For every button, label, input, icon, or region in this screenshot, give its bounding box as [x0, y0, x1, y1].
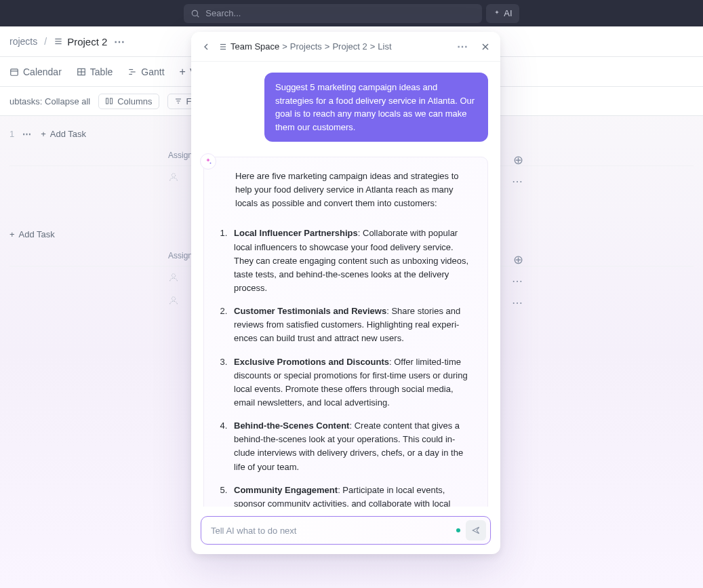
view-calendar-label: Calendar: [23, 66, 62, 77]
user-message: Suggest 5 marketing campaign ideas and s…: [264, 73, 488, 142]
add-task-label-2: Add Task: [19, 229, 55, 239]
search-placeholder: Search...: [205, 8, 475, 18]
list-item: Behind-the-Scenes Content: Create conten…: [230, 419, 473, 474]
send-button[interactable]: [466, 520, 486, 541]
ai-avatar: [200, 153, 216, 170]
ai-bc-projects: Projects: [290, 41, 322, 52]
search-icon: [190, 9, 200, 18]
task-more[interactable]: ⋯: [22, 129, 33, 139]
item-title: Community Engagement: [234, 485, 338, 495]
calendar-icon: [9, 67, 19, 77]
svg-rect-5: [11, 68, 18, 75]
list-item: Community Engagement: Participate in loc…: [230, 484, 473, 507]
breadcrumb-sep: /: [44, 36, 47, 47]
list-item: Exclusive Promotions and Discounts: Offe…: [230, 355, 473, 410]
svg-rect-13: [106, 98, 108, 104]
ai-input[interactable]: Tell AI what to do next: [201, 516, 491, 545]
add-task-label: Add Task: [50, 129, 86, 139]
view-table[interactable]: Table: [77, 66, 113, 77]
svg-point-19: [172, 273, 175, 277]
columns-label: Columns: [117, 96, 152, 106]
ai-panel: Team Space > Projects > Project 2 > List…: [191, 32, 500, 554]
view-gantt-label: Gantt: [141, 66, 164, 77]
ai-bc-team: Team Space: [230, 41, 279, 52]
breadcrumb-parent[interactable]: rojects: [9, 36, 37, 47]
ai-conversation: Suggest 5 marketing campaign ideas and s…: [191, 62, 500, 507]
svg-point-20: [172, 296, 175, 300]
breadcrumb-current-label: Project 2: [67, 36, 107, 47]
sparkle-icon: [204, 157, 212, 165]
ai-breadcrumb[interactable]: Team Space > Projects > Project 2 > List: [218, 41, 450, 52]
svg-line-1: [197, 15, 199, 17]
status-dot: [456, 528, 460, 532]
plus-icon: +: [9, 229, 15, 239]
list-item: Local Influencer Partnerships: Collabora…: [230, 227, 473, 295]
plus-icon: +: [41, 129, 46, 139]
list-icon: [54, 37, 63, 46]
list-item: Customer Testimonials and Reviews: Share…: [230, 305, 473, 345]
top-bar: Search... AI: [0, 0, 703, 26]
subtasks-toggle[interactable]: ubtasks: Collapse all: [9, 96, 90, 106]
list-icon: [218, 42, 228, 52]
ai-response: Here are five marketing campaign ideas a…: [203, 157, 488, 507]
ai-input-placeholder: Tell AI what to do next: [211, 526, 451, 536]
ai-button-label: AI: [504, 8, 512, 18]
add-column-1[interactable]: ⊕: [511, 153, 525, 168]
assignee-add-icon: [168, 272, 179, 285]
gantt-icon: [127, 67, 137, 77]
global-search[interactable]: Search...: [184, 4, 482, 23]
item-title: Local Influencer Partnerships: [234, 228, 358, 238]
item-title: Exclusive Promotions and Discounts: [234, 357, 389, 367]
svg-point-0: [193, 10, 198, 16]
filter-icon: [174, 97, 182, 105]
add-task-button-2[interactable]: + Add Task: [9, 229, 55, 239]
view-gantt[interactable]: Gantt: [127, 66, 164, 77]
ai-panel-more[interactable]: ⋯: [457, 40, 469, 53]
task-num: 1: [9, 129, 14, 139]
send-icon: [471, 526, 481, 535]
ai-assist-button[interactable]: AI: [486, 4, 519, 23]
table-icon: [77, 67, 86, 77]
columns-button[interactable]: Columns: [98, 94, 159, 109]
row-more-3[interactable]: ⋯: [511, 296, 525, 309]
assignee-add-icon: [168, 295, 179, 308]
item-title: Customer Testimonials and Reviews: [234, 306, 386, 316]
columns-icon: [105, 97, 113, 105]
add-column-2[interactable]: ⊕: [511, 252, 525, 267]
back-icon[interactable]: [201, 41, 212, 52]
breadcrumb-more[interactable]: ⋯: [114, 35, 126, 48]
sparkle-icon: [493, 9, 501, 18]
ai-bc-project2: Project 2: [332, 41, 367, 52]
assignee-add-icon: [168, 172, 179, 184]
view-calendar[interactable]: Calendar: [9, 66, 62, 77]
add-task-button[interactable]: + Add Task: [41, 129, 86, 139]
svg-rect-14: [111, 98, 113, 104]
ai-response-intro: Here are five marketing campaign ideas a…: [235, 170, 473, 210]
ai-input-area: Tell AI what to do next: [191, 507, 500, 554]
row-more-2[interactable]: ⋯: [511, 275, 525, 288]
ai-panel-header: Team Space > Projects > Project 2 > List…: [191, 32, 500, 62]
row-more-1[interactable]: ⋯: [511, 175, 525, 188]
ai-bc-list: List: [378, 41, 391, 52]
item-title: Behind-the-Scenes Content: [234, 420, 349, 431]
view-table-label: Table: [90, 66, 113, 77]
close-icon[interactable]: [480, 41, 491, 52]
breadcrumb-current[interactable]: Project 2: [54, 36, 107, 47]
plus-icon: +: [180, 66, 186, 78]
svg-point-18: [172, 173, 175, 176]
ai-response-list: Local Influencer Partnerships: Collabora…: [218, 227, 473, 507]
